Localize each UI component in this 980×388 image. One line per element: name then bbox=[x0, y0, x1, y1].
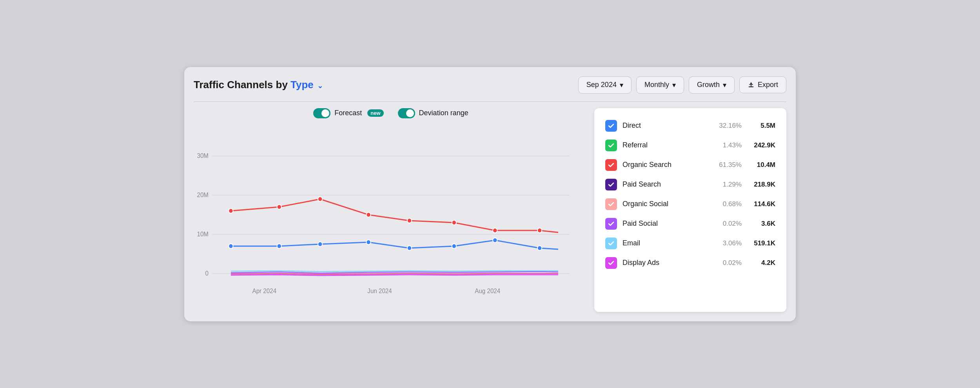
title-type[interactable]: Type bbox=[290, 79, 314, 91]
legend-row[interactable]: Organic Social0.68%114.6K bbox=[605, 194, 775, 214]
legend-row[interactable]: Organic Search61.35%10.4M bbox=[605, 155, 775, 175]
svg-rect-0 bbox=[194, 125, 588, 305]
d-dot-1 bbox=[229, 244, 233, 248]
header-controls: Sep 2024 ▾ Monthly ▾ Growth ▾ Export bbox=[578, 76, 786, 94]
legend-name-display-ads: Display Ads bbox=[622, 259, 710, 267]
os-dot-3 bbox=[318, 197, 322, 201]
legend-value: 3.6K bbox=[748, 220, 775, 228]
check-icon bbox=[608, 259, 615, 267]
title-type-chevron[interactable]: ⌄ bbox=[315, 82, 323, 90]
d-dot-2 bbox=[277, 244, 281, 248]
legend-pct: 61.35% bbox=[710, 161, 742, 169]
export-label: Export bbox=[758, 81, 778, 89]
legend-row[interactable]: Referral1.43%242.9K bbox=[605, 136, 775, 155]
legend-row[interactable]: Email3.06%519.1K bbox=[605, 234, 775, 253]
date-chevron-icon: ▾ bbox=[620, 81, 623, 89]
legend-name-paid-social: Paid Social bbox=[622, 219, 710, 228]
y-label-0: 0 bbox=[205, 270, 209, 276]
header-divider bbox=[194, 102, 786, 102]
legend-name-referral: Referral bbox=[622, 141, 710, 149]
card-header: Traffic Channels by Type ⌄ Sep 2024 ▾ Mo… bbox=[194, 76, 786, 94]
check-icon bbox=[608, 201, 615, 208]
os-dot-4 bbox=[366, 212, 370, 217]
legend-value: 519.1K bbox=[748, 239, 775, 247]
d-dot-5 bbox=[407, 246, 412, 250]
legend-pct: 0.68% bbox=[710, 200, 742, 208]
legend-icon-organic-social bbox=[605, 198, 617, 210]
metric-chevron-icon: ▾ bbox=[723, 81, 726, 89]
legend-value: 10.4M bbox=[748, 161, 775, 169]
export-icon bbox=[748, 82, 755, 89]
legend-name-email: Email bbox=[622, 239, 710, 247]
legend-name-direct: Direct bbox=[622, 121, 710, 130]
legend-name-organic-search: Organic Search bbox=[622, 161, 710, 169]
forecast-label: Forecast bbox=[334, 109, 362, 117]
legend-value: 242.9K bbox=[748, 141, 775, 149]
legend-pct: 0.02% bbox=[710, 220, 742, 228]
legend-pct: 3.06% bbox=[710, 239, 742, 247]
legend-icon-direct bbox=[605, 120, 617, 132]
legend-icon-display-ads bbox=[605, 257, 617, 269]
y-label-10m: 10M bbox=[197, 230, 209, 237]
export-button[interactable]: Export bbox=[739, 76, 786, 93]
deviation-toggle-item[interactable]: Deviation range bbox=[398, 108, 468, 118]
os-dot-8 bbox=[537, 228, 542, 233]
period-filter-button[interactable]: Monthly ▾ bbox=[636, 76, 684, 94]
legend-pct: 32.16% bbox=[710, 122, 742, 130]
metric-filter-label: Growth bbox=[697, 81, 720, 89]
os-dot-2 bbox=[277, 205, 281, 209]
legend-row[interactable]: Paid Search1.29%218.9K bbox=[605, 175, 775, 194]
title-prefix: Traffic Channels by bbox=[194, 79, 290, 91]
legend-row[interactable]: Display Ads0.02%4.2K bbox=[605, 253, 775, 273]
page-title: Traffic Channels by Type ⌄ bbox=[194, 79, 323, 91]
check-icon bbox=[608, 181, 615, 188]
d-dot-8 bbox=[537, 246, 542, 250]
chart-container: Forecast new Deviation range bbox=[194, 108, 588, 312]
legend-value: 114.6K bbox=[748, 200, 775, 208]
date-filter-button[interactable]: Sep 2024 ▾ bbox=[578, 76, 632, 94]
legend-icon-paid-search bbox=[605, 179, 617, 190]
legend-value: 4.2K bbox=[748, 259, 775, 267]
legend-icon-paid-social bbox=[605, 218, 617, 230]
legend-pct: 1.43% bbox=[710, 141, 742, 149]
os-dot-5 bbox=[407, 218, 412, 223]
os-dot-6 bbox=[452, 220, 456, 225]
x-label-jun: Jun 2024 bbox=[367, 287, 392, 294]
chart-area: Forecast new Deviation range bbox=[194, 108, 786, 312]
period-chevron-icon: ▾ bbox=[672, 81, 676, 89]
check-icon bbox=[608, 142, 615, 149]
metric-filter-button[interactable]: Growth ▾ bbox=[689, 76, 735, 94]
check-icon bbox=[608, 220, 615, 227]
d-dot-6 bbox=[452, 244, 456, 248]
forecast-toggle-item[interactable]: Forecast new bbox=[313, 108, 383, 118]
x-label-aug: Aug 2024 bbox=[475, 287, 500, 294]
main-card: Traffic Channels by Type ⌄ Sep 2024 ▾ Mo… bbox=[184, 67, 796, 321]
deviation-label: Deviation range bbox=[419, 109, 468, 117]
x-label-apr: Apr 2024 bbox=[252, 287, 277, 294]
d-dot-3 bbox=[318, 242, 322, 247]
legend-value: 5.5M bbox=[748, 122, 775, 130]
os-dot-1 bbox=[229, 209, 233, 213]
legend-row[interactable]: Direct32.16%5.5M bbox=[605, 116, 775, 136]
legend-panel: Direct32.16%5.5M Referral1.43%242.9K Org… bbox=[594, 108, 786, 312]
check-icon bbox=[608, 240, 615, 247]
period-filter-label: Monthly bbox=[644, 81, 669, 89]
legend-icon-email bbox=[605, 238, 617, 249]
check-icon bbox=[608, 122, 615, 129]
y-label-30m: 30M bbox=[197, 152, 209, 159]
legend-value: 218.9K bbox=[748, 181, 775, 189]
os-dot-7 bbox=[493, 228, 497, 233]
legend-pct: 1.29% bbox=[710, 181, 742, 189]
legend-name-paid-search: Paid Search bbox=[622, 180, 710, 189]
deviation-toggle-switch[interactable] bbox=[398, 108, 415, 118]
legend-icon-organic-search bbox=[605, 159, 617, 171]
legend-row[interactable]: Paid Social0.02%3.6K bbox=[605, 214, 775, 234]
toggles-row: Forecast new Deviation range bbox=[194, 108, 588, 118]
check-icon bbox=[608, 161, 615, 169]
legend-name-organic-social: Organic Social bbox=[622, 200, 710, 208]
line-chart: 30M 20M 10M 0 Apr 2024 Jun 2024 Aug 2024 bbox=[194, 125, 588, 305]
legend-pct: 0.02% bbox=[710, 259, 742, 267]
legend-icon-referral bbox=[605, 140, 617, 151]
forecast-toggle-switch[interactable] bbox=[313, 108, 330, 118]
date-filter-label: Sep 2024 bbox=[586, 81, 617, 89]
